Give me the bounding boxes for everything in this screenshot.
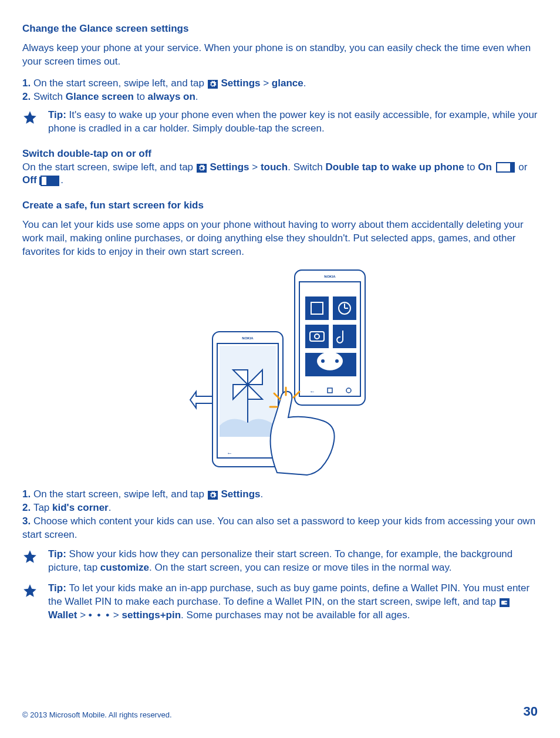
star-icon — [22, 110, 38, 129]
svg-text:←: ← — [309, 388, 315, 395]
tip-kids-2: Tip: To let your kids make an in-app pur… — [22, 582, 538, 622]
svg-text:←: ← — [227, 450, 232, 456]
svg-text:NOKIA: NOKIA — [242, 336, 254, 340]
tip-kids-1: Tip: Show your kids how they can persona… — [22, 548, 538, 575]
settings-icon — [208, 491, 218, 500]
intro-glance: Always keep your phone at your service. … — [22, 42, 538, 69]
step-1: 1. On the start screen, swipe left, and … — [22, 77, 538, 90]
toggle-on-icon — [496, 162, 515, 173]
wallet-icon — [500, 598, 510, 607]
heading-kids: Create a safe, fun start screen for kids — [22, 199, 538, 213]
step-1: 1. On the start screen, swipe left, and … — [22, 488, 538, 501]
star-icon — [22, 583, 38, 602]
heading-glance: Change the Glance screen settings — [22, 22, 538, 36]
kids-illustration: NOKIA ← NOKIA ← — [189, 267, 371, 478]
svg-point-15 — [335, 359, 339, 363]
doubletap-body: On the start screen, swipe left, and tap… — [22, 161, 538, 188]
tip-glance: Tip: It's easy to wake up your phone eve… — [22, 109, 538, 136]
step-2: 2. Switch Glance screen to always on. — [22, 90, 538, 104]
intro-kids: You can let your kids use some apps on y… — [22, 218, 538, 259]
toggle-off-icon — [41, 176, 59, 186]
settings-icon — [208, 80, 218, 89]
svg-text:NOKIA: NOKIA — [324, 275, 336, 278]
star-icon — [22, 549, 38, 568]
section-kids: Create a safe, fun start screen for kids… — [22, 199, 538, 622]
svg-rect-3 — [305, 296, 329, 320]
steps-kids: 1. On the start screen, swipe left, and … — [22, 488, 538, 542]
svg-point-14 — [321, 359, 325, 363]
step-3: 3. Choose which content your kids can us… — [22, 515, 538, 542]
step-2: 2. Tap kid's corner. — [22, 501, 538, 515]
settings-icon — [197, 164, 207, 173]
steps-glance: 1. On the start screen, swipe left, and … — [22, 77, 538, 104]
svg-rect-6 — [333, 325, 356, 348]
section-glance: Change the Glance screen settings Always… — [22, 22, 538, 136]
section-doubletap: Switch double-tap on or off On the start… — [22, 147, 538, 188]
more-dots-icon: • • • — [89, 609, 110, 622]
heading-doubletap: Switch double-tap on or off — [22, 147, 538, 161]
svg-rect-5 — [305, 325, 329, 348]
